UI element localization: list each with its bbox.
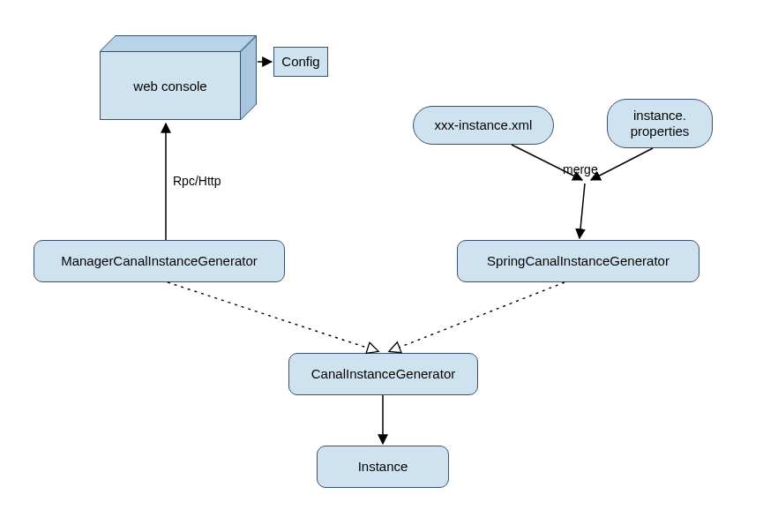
edge-properties-to-merge — [591, 148, 653, 180]
manager-generator-label: ManagerCanalInstanceGenerator — [61, 253, 258, 269]
spring-generator-node: SpringCanalInstanceGenerator — [457, 240, 699, 282]
canal-generator-label: CanalInstanceGenerator — [311, 366, 455, 382]
canal-generator-node: CanalInstanceGenerator — [288, 353, 478, 395]
edge-manager-to-canal — [168, 282, 378, 351]
xxx-instance-node: xxx-instance.xml — [413, 106, 554, 145]
merge-label: merge — [563, 162, 598, 176]
web-console-label: web console — [133, 79, 206, 94]
config-label: Config — [281, 54, 319, 70]
rpc-http-label: Rpc/Http — [173, 174, 221, 188]
manager-generator-node: ManagerCanalInstanceGenerator — [34, 240, 285, 282]
instance-properties-node: instance. properties — [607, 99, 713, 148]
xxx-instance-label: xxx-instance.xml — [435, 117, 533, 133]
config-node: Config — [273, 47, 328, 77]
instance-properties-label: instance. properties — [631, 108, 690, 139]
instance-label: Instance — [358, 459, 408, 475]
edge-merge-to-spring — [580, 184, 585, 238]
spring-generator-label: SpringCanalInstanceGenerator — [487, 253, 669, 269]
instance-node: Instance — [317, 446, 449, 488]
box-top-face — [100, 35, 257, 51]
edge-spring-to-canal — [390, 282, 565, 351]
box-front-face: web console — [100, 51, 241, 120]
box-side-face — [241, 35, 257, 120]
